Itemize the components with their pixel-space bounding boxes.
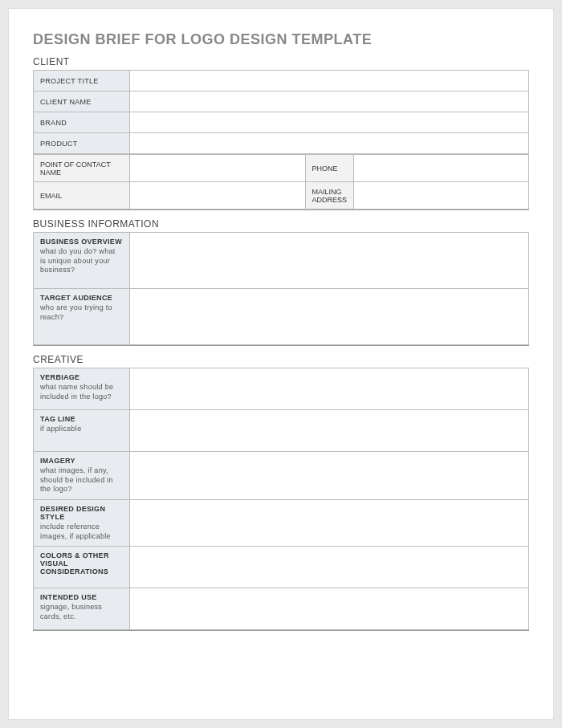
contact-table: POINT OF CONTACT NAME PHONE EMAIL MAILIN… <box>33 154 529 209</box>
label-email: EMAIL <box>34 182 130 209</box>
label-product: PRODUCT <box>34 133 130 154</box>
label-sub: what do you do? what is unique about you… <box>40 247 123 275</box>
field-product[interactable] <box>130 133 529 154</box>
label-strong: IMAGERY <box>40 457 123 465</box>
client-table: PROJECT TITLE CLIENT NAME BRAND PRODUCT <box>33 70 529 154</box>
client-table-wrap: PROJECT TITLE CLIENT NAME BRAND PRODUCT … <box>33 70 529 210</box>
field-tagline[interactable] <box>130 410 529 452</box>
section-heading-creative: CREATIVE <box>33 354 529 365</box>
label-business-overview: BUSINESS OVERVIEW what do you do? what i… <box>34 233 130 289</box>
table-row: IMAGERY what images, if any, should be i… <box>34 452 529 500</box>
field-intended-use[interactable] <box>130 588 529 630</box>
table-row: BUSINESS OVERVIEW what do you do? what i… <box>34 233 529 289</box>
field-verbiage[interactable] <box>130 368 529 410</box>
field-phone[interactable] <box>353 155 529 182</box>
label-tagline: TAG LINE if applicable <box>34 410 130 452</box>
table-row: BRAND <box>34 112 529 133</box>
field-poc-name[interactable] <box>130 155 306 182</box>
document-page: DESIGN BRIEF FOR LOGO DESIGN TEMPLATE CL… <box>8 8 554 720</box>
label-strong: TARGET AUDIENCE <box>40 294 123 302</box>
label-target-audience: TARGET AUDIENCE who are you trying to re… <box>34 289 130 345</box>
table-row: EMAIL MAILING ADDRESS <box>34 182 529 209</box>
table-row: PRODUCT <box>34 133 529 154</box>
field-email[interactable] <box>130 182 306 209</box>
business-table-wrap: BUSINESS OVERVIEW what do you do? what i… <box>33 232 529 346</box>
field-brand[interactable] <box>130 112 529 133</box>
label-intended-use: INTENDED USE signage, business cards, et… <box>34 588 130 630</box>
table-row: VERBIAGE what name should be included in… <box>34 368 529 410</box>
label-strong: INTENDED USE <box>40 593 123 601</box>
page-title: DESIGN BRIEF FOR LOGO DESIGN TEMPLATE <box>33 31 529 48</box>
label-phone: PHONE <box>305 155 353 182</box>
table-row: PROJECT TITLE <box>34 71 529 92</box>
field-colors[interactable] <box>130 547 529 588</box>
label-sub: if applicable <box>40 425 123 434</box>
field-imagery[interactable] <box>130 452 529 500</box>
table-row: TAG LINE if applicable <box>34 410 529 452</box>
creative-table: VERBIAGE what name should be included in… <box>33 368 529 630</box>
label-colors: COLORS & OTHER VISUAL CONSIDERATIONS <box>34 547 130 588</box>
table-row: CLIENT NAME <box>34 92 529 112</box>
label-sub: what images, if any, should be included … <box>40 466 123 494</box>
label-sub: who are you trying to reach? <box>40 303 123 322</box>
label-brand: BRAND <box>34 112 130 133</box>
label-style: DESIRED DESIGN STYLE include reference i… <box>34 500 130 547</box>
table-row: TARGET AUDIENCE who are you trying to re… <box>34 289 529 345</box>
label-imagery: IMAGERY what images, if any, should be i… <box>34 452 130 500</box>
field-business-overview[interactable] <box>130 233 529 289</box>
table-row: DESIRED DESIGN STYLE include reference i… <box>34 500 529 547</box>
business-table: BUSINESS OVERVIEW what do you do? what i… <box>33 232 529 345</box>
section-heading-client: CLIENT <box>33 56 529 67</box>
label-project-title: PROJECT TITLE <box>34 71 130 92</box>
creative-table-wrap: VERBIAGE what name should be included in… <box>33 368 529 631</box>
table-row: COLORS & OTHER VISUAL CONSIDERATIONS <box>34 547 529 588</box>
label-sub: include reference images, if applicable <box>40 523 123 541</box>
label-poc-name: POINT OF CONTACT NAME <box>34 155 130 182</box>
field-target-audience[interactable] <box>130 289 529 345</box>
field-mailing[interactable] <box>353 182 529 209</box>
label-strong: COLORS & OTHER VISUAL CONSIDERATIONS <box>40 551 123 575</box>
section-heading-business: BUSINESS INFORMATION <box>33 218 529 230</box>
field-style[interactable] <box>130 500 529 547</box>
field-client-name[interactable] <box>130 92 529 112</box>
table-row: POINT OF CONTACT NAME PHONE <box>34 155 529 182</box>
label-strong: TAG LINE <box>40 415 123 423</box>
label-sub: signage, business cards, etc. <box>40 603 123 621</box>
label-strong: VERBIAGE <box>40 373 123 381</box>
label-client-name: CLIENT NAME <box>34 92 130 112</box>
label-sub: what name should be included in the logo… <box>40 383 123 401</box>
label-mailing: MAILING ADDRESS <box>305 182 353 209</box>
field-project-title[interactable] <box>130 71 529 92</box>
label-strong: DESIRED DESIGN STYLE <box>40 505 123 521</box>
label-strong: BUSINESS OVERVIEW <box>40 238 123 246</box>
table-row: INTENDED USE signage, business cards, et… <box>34 588 529 630</box>
label-verbiage: VERBIAGE what name should be included in… <box>34 368 130 410</box>
